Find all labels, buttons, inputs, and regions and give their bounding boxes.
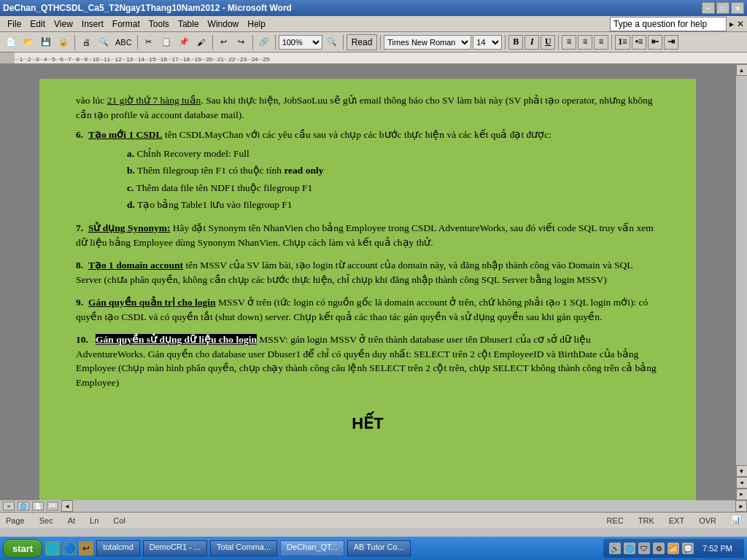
normal-view-button[interactable]: ≡ bbox=[3, 502, 15, 510]
sep4 bbox=[252, 35, 253, 50]
align-right-button[interactable]: ≡ bbox=[594, 35, 608, 50]
open-button[interactable]: 📂 bbox=[20, 34, 36, 50]
scroll-track[interactable] bbox=[736, 76, 747, 465]
section-6-number: 6. bbox=[76, 129, 83, 140]
subsection-6a-text: Chỉnh Recovery model: Full bbox=[137, 148, 249, 159]
status-icon: 📊 bbox=[731, 516, 741, 525]
font-select[interactable]: Times New Roman bbox=[384, 35, 471, 50]
bold-button[interactable]: B bbox=[508, 35, 523, 50]
status-rec: REC bbox=[607, 516, 624, 525]
scroll-down-button[interactable]: ▼ bbox=[736, 465, 748, 477]
menu-edit[interactable]: Edit bbox=[26, 18, 50, 31]
menu-insert[interactable]: Insert bbox=[77, 18, 108, 31]
menu-window[interactable]: Window bbox=[204, 18, 244, 31]
align-left-button[interactable]: ≡ bbox=[562, 35, 576, 50]
taskbar-totalcomma[interactable]: Total Comma... bbox=[210, 540, 277, 556]
font-size-select[interactable]: 14 bbox=[473, 35, 502, 50]
close-button[interactable]: ✕ bbox=[731, 2, 744, 14]
bottom-bar: ≡ 🌐 📄 📖 ◄ ► bbox=[0, 500, 747, 512]
copy-button[interactable]: 📋 bbox=[158, 34, 174, 50]
paste-button[interactable]: 📌 bbox=[176, 34, 192, 50]
align-center-button[interactable]: ≡ bbox=[578, 35, 592, 50]
scroll-prev-page-button[interactable]: ◄ bbox=[736, 477, 748, 489]
help-search-icon[interactable]: ▸ bbox=[729, 19, 734, 29]
subsection-6a: a. Chỉnh Recovery model: Full bbox=[127, 147, 659, 161]
underline-button[interactable]: U bbox=[541, 35, 555, 50]
maximize-button[interactable]: □ bbox=[716, 2, 729, 14]
menu-help[interactable]: Help bbox=[243, 18, 270, 31]
section-7: 7. Sử dụng Synonym: Hãy đặt Synonym tên … bbox=[76, 221, 659, 249]
menu-table[interactable]: Table bbox=[174, 18, 204, 31]
section-10: 10. Gán quyền sử dụng dữ liệu cho login … bbox=[76, 332, 659, 389]
quicklaunch-ie[interactable]: 🌐 bbox=[45, 541, 60, 556]
permission-button[interactable]: 🔒 bbox=[55, 34, 71, 50]
print-preview-button[interactable]: 🔍 bbox=[96, 34, 112, 50]
start-button[interactable]: start bbox=[3, 539, 42, 558]
vertical-scrollbar[interactable]: ▲ ▼ ◄ ► bbox=[735, 64, 747, 500]
section-9: 9. Gán quyền quản trị cho login MSSV ở t… bbox=[76, 295, 659, 324]
section-9-heading: Gán quyền quản trị cho login bbox=[88, 297, 216, 308]
hyperlink-button[interactable]: 🔗 bbox=[256, 34, 272, 50]
taskbar-dechan[interactable]: DeChan_QT... bbox=[280, 540, 344, 556]
scroll-up-button[interactable]: ▲ bbox=[736, 64, 748, 76]
cut-button[interactable]: ✂ bbox=[141, 34, 157, 50]
redo-button[interactable]: ↪ bbox=[233, 34, 249, 50]
taskbar-democr1[interactable]: DemoCR1 - ... bbox=[143, 540, 207, 556]
new-button[interactable]: 📄 bbox=[3, 34, 19, 50]
menu-format[interactable]: Format bbox=[108, 18, 144, 31]
taskbar-abtutor[interactable]: AB Tutor Co... bbox=[347, 540, 411, 556]
italic-button[interactable]: I bbox=[525, 35, 539, 50]
format-painter-button[interactable]: 🖌 bbox=[193, 34, 209, 50]
status-ln: Ln bbox=[90, 516, 98, 525]
status-col: Col bbox=[113, 516, 125, 525]
read-button[interactable]: Read bbox=[347, 34, 378, 50]
intro-paragraph: vào lúc 21 giờ thứ 7 hàng tuần. Sau khi … bbox=[76, 93, 659, 122]
taskbar-totalcmd[interactable]: totalcmd bbox=[96, 540, 140, 556]
minimize-button[interactable]: − bbox=[702, 2, 715, 14]
menu-view[interactable]: View bbox=[50, 18, 77, 31]
subsection-6d-label: d. bbox=[127, 199, 135, 210]
ending-section: HẾT bbox=[76, 412, 659, 435]
hscroll-track[interactable] bbox=[73, 500, 735, 512]
print-button[interactable]: 🖨 bbox=[78, 34, 94, 50]
tray-icon-1: 🔊 bbox=[609, 542, 621, 554]
tray-icon-3: 🛡 bbox=[638, 542, 650, 554]
print-view-button[interactable]: 📄 bbox=[32, 502, 44, 510]
increase-indent-button[interactable]: ⇥ bbox=[664, 35, 678, 50]
taskbar-tray: 🔊 🌐 🛡 ⚙ 📶 💬 7:52 PM bbox=[603, 539, 744, 558]
menu-tools[interactable]: Tools bbox=[144, 18, 174, 31]
spellcheck-button[interactable]: ABC bbox=[113, 34, 134, 50]
hscroll-left-button[interactable]: ◄ bbox=[61, 500, 73, 512]
status-bar: Page Sec At Ln Col REC TRK EXT OVR 📊 bbox=[0, 512, 747, 528]
undo-button[interactable]: ↩ bbox=[216, 34, 232, 50]
document-area: vào lúc 21 giờ thứ 7 hàng tuần. Sau khi … bbox=[0, 64, 747, 500]
sep7 bbox=[380, 35, 381, 50]
quicklaunch-back[interactable]: ↩ bbox=[79, 541, 93, 556]
section-8-heading: Tạo 1 domain account bbox=[88, 260, 183, 271]
section-8-content: 8. Tạo 1 domain account tên MSSV của SV … bbox=[76, 258, 659, 287]
tray-icon-5: 📶 bbox=[667, 542, 679, 554]
zoom-icon[interactable]: 🔍 bbox=[324, 34, 340, 50]
section-8: 8. Tạo 1 domain account tên MSSV của SV … bbox=[76, 258, 659, 287]
section-6: 6. Tạo mới 1 CSDL tên CSDLMayChan với cá… bbox=[76, 128, 659, 212]
help-close-icon[interactable]: ✕ bbox=[737, 19, 744, 29]
document-container[interactable]: vào lúc 21 giờ thứ 7 hàng tuần. Sau khi … bbox=[0, 64, 735, 500]
save-button[interactable]: 💾 bbox=[38, 34, 54, 50]
window-controls[interactable]: − □ ✕ bbox=[702, 2, 744, 14]
sep6 bbox=[343, 35, 344, 50]
hscroll-right-button[interactable]: ► bbox=[735, 500, 747, 512]
quicklaunch-browser[interactable]: 🔵 bbox=[62, 541, 77, 556]
reading-view-button[interactable]: 📖 bbox=[47, 502, 58, 510]
menu-file[interactable]: File bbox=[3, 18, 26, 31]
bullets-button[interactable]: •≡ bbox=[632, 35, 646, 50]
zoom-select[interactable]: 100% bbox=[279, 35, 322, 50]
toolbar-row1: 📄 📂 💾 🔒 🖨 🔍 ABC ✂ 📋 📌 🖌 ↩ ↪ 🔗 100% 🔍 Rea… bbox=[0, 32, 747, 52]
scroll-next-page-button[interactable]: ► bbox=[736, 489, 748, 500]
ending-text: HẾT bbox=[352, 414, 383, 432]
web-view-button[interactable]: 🌐 bbox=[18, 502, 29, 510]
ruler-content: ···1···2···3···4···5···6···7···8···9···1… bbox=[0, 52, 747, 63]
help-search-input[interactable] bbox=[610, 17, 727, 31]
subsection-6a-label: a. bbox=[127, 148, 134, 159]
numbering-button[interactable]: 1≡ bbox=[615, 35, 630, 50]
decrease-indent-button[interactable]: ⇤ bbox=[648, 35, 662, 50]
